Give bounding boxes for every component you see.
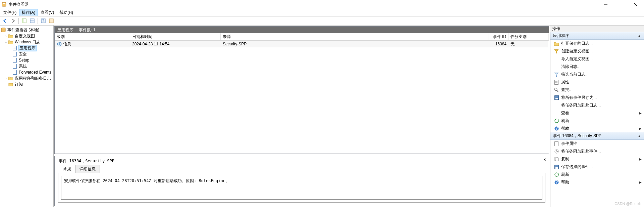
col-event-id[interactable]: 事件 ID [488,33,508,40]
save-icon [554,164,559,170]
action-create-custom-view[interactable]: 创建自定义视图... [550,47,644,55]
filter-icon [554,49,559,54]
tree-app-service-logs[interactable]: › 应用程序和服务日志 [0,75,53,81]
submenu-arrow-icon: ▶ [639,111,642,115]
maximize-button[interactable] [613,0,628,9]
col-datetime[interactable]: 日期和时间 [130,33,221,40]
expand-icon[interactable]: › [4,34,8,38]
log-icon [12,57,17,63]
action-refresh[interactable]: 刷新 [550,117,644,125]
action-attach-task-log[interactable]: 将任务附加到此日志... [550,101,644,109]
log-icon [12,45,17,51]
svg-rect-38 [556,158,558,161]
action-refresh-2[interactable]: 刷新 [550,171,644,178]
action-find[interactable]: 查找... [550,86,644,94]
actions-section-event[interactable]: 事件 16384，Security-SPP▲ [550,132,644,140]
action-filter-current-log[interactable]: 筛选当前日志... [550,71,644,78]
collapse-icon[interactable]: ⌄ [4,40,8,44]
action-clear-log[interactable]: 清除日志... [550,63,644,71]
tab-general[interactable]: 常规 [59,165,75,173]
list-body[interactable]: i 信息 2024-04-28 11:14:54 Security-SPP 16… [55,41,549,154]
properties-button[interactable] [29,17,36,25]
detail-close-button[interactable]: × [542,157,547,162]
menu-view[interactable]: 查看(V) [38,9,57,16]
open-log-icon [554,41,559,46]
svg-text:i: i [59,42,60,46]
log-icon [12,70,17,75]
action-properties[interactable]: 属性 [550,78,644,86]
log-icon [12,64,17,69]
detail-text[interactable]: 安排软件保护服务在 2024-04-28T20:51:54Z 时重新启动成功。原… [61,176,542,200]
menu-help[interactable]: 帮助(H) [57,9,76,16]
title-bar: 事件查看器 [0,0,644,9]
tree-system[interactable]: 系统 [0,63,53,69]
help-toolbar-button[interactable]: ? [40,17,47,25]
svg-rect-0 [2,2,6,6]
svg-rect-13 [1,28,5,32]
svg-rect-8 [30,19,34,23]
svg-rect-3 [619,3,622,6]
save-icon [554,95,559,100]
action-view-submenu[interactable]: 查看▶ [550,109,644,117]
minimize-button[interactable] [598,0,613,9]
action-attach-task-event[interactable]: 将任务附加到此事件... [550,148,644,155]
tree-windows-logs[interactable]: ⌄ Windows 日志 [0,39,53,45]
tree-custom-views[interactable]: › 自定义视图 [0,33,53,39]
svg-point-27 [554,88,557,91]
action-event-properties[interactable]: 事件属性 [550,140,644,148]
svg-rect-21 [9,83,13,86]
tab-details[interactable]: 详细信息 [75,165,100,173]
detail-body: 安排软件保护服务在 2024-04-28T20:51:54Z 时重新启动成功。原… [58,173,545,203]
list-row[interactable]: i 信息 2024-04-28 11:14:54 Security-SPP 16… [55,41,549,47]
forward-button[interactable] [9,17,17,25]
menu-file[interactable]: 文件(F) [1,9,19,16]
extra-toolbar-button[interactable] [48,17,55,25]
tree-subscriptions[interactable]: 订阅 [0,81,53,87]
svg-rect-17 [13,52,17,56]
detail-pane: × 事件 16384，Security-SPP 常规 详细信息 安排软件保护服务… [54,156,549,206]
back-button[interactable] [1,17,9,25]
tree-application[interactable]: 应用程序 [0,45,53,51]
action-save-selected[interactable]: 保存选择的事件... [550,163,644,171]
actions-section-app[interactable]: 应用程序▲ [550,32,644,40]
show-hide-tree-button[interactable] [20,17,28,25]
tree-setup[interactable]: Setup [0,57,53,63]
action-help[interactable]: ?帮助▶ [550,125,644,132]
submenu-arrow-icon: ▶ [639,180,642,184]
list-title-count: 事件数: 1 [79,27,95,33]
submenu-arrow-icon: ▶ [639,157,642,161]
tree-forwarded[interactable]: Forwarded Events [0,69,53,75]
info-icon: i [57,41,62,47]
tree-root[interactable]: 事件查看器 (本地) [0,27,53,33]
collapse-icon: ▲ [638,34,641,38]
properties-icon [554,80,559,85]
svg-rect-33 [555,141,558,146]
tree-pane[interactable]: 事件查看器 (本地) › 自定义视图 ⌄ Windows 日志 应用程序 安全 … [0,26,54,207]
col-source[interactable]: 来源 [221,33,488,40]
detail-tabs: 常规 详细信息 [55,165,548,173]
detail-title: 事件 16384，Security-SPP [55,157,548,165]
list-title-main: 应用程序 [57,27,73,33]
event-list-wrap: 应用程序 事件数: 1 级别 日期和时间 来源 事件 ID 任务类别 i 信息 … [54,26,549,154]
svg-rect-1 [3,3,5,4]
col-level[interactable]: 级别 [55,33,130,40]
action-open-saved-log[interactable]: 打开保存的日志... [550,40,644,47]
help-icon: ? [554,180,559,185]
action-import-custom-view[interactable]: 导入自定义视图... [550,55,644,63]
col-category[interactable]: 任务类别 [508,33,549,40]
copy-icon [554,157,559,162]
close-button[interactable] [628,0,643,9]
collapse-icon: ▲ [638,134,641,138]
tree-security[interactable]: 安全 [0,51,53,57]
expand-icon[interactable]: › [4,77,8,80]
menu-action[interactable]: 操作(A) [19,9,38,16]
svg-rect-12 [49,19,53,23]
actions-pane: 操作 应用程序▲ 打开保存的日志... 创建自定义视图... 导入自定义视图..… [550,26,644,207]
actions-scroll[interactable]: 应用程序▲ 打开保存的日志... 创建自定义视图... 导入自定义视图... 清… [550,32,644,207]
action-save-all-events[interactable]: 将所有事件另存为... [550,94,644,101]
subscriptions-icon [8,82,13,87]
action-help-2[interactable]: ?帮助▶ [550,178,644,186]
windows-logs-icon [8,39,13,45]
refresh-icon [554,172,559,177]
action-copy[interactable]: 复制▶ [550,155,644,163]
